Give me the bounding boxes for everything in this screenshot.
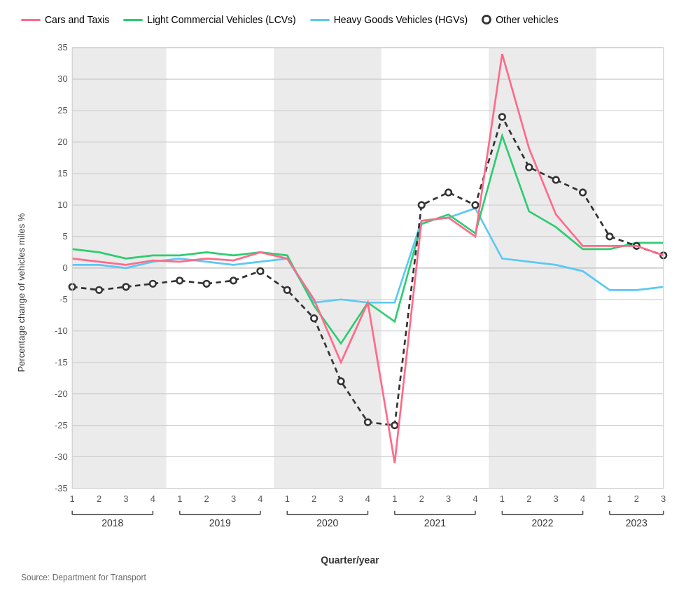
svg-text:15: 15 [57, 168, 67, 178]
svg-text:-30: -30 [55, 451, 68, 462]
legend-item-hgv: Heavy Goods Vehicles (HGVs) [310, 14, 468, 25]
svg-point-84 [176, 278, 183, 284]
svg-text:4: 4 [365, 493, 370, 504]
svg-text:1: 1 [500, 493, 505, 504]
legend-label-cars: Cars and Taxis [45, 14, 109, 25]
svg-text:2: 2 [634, 493, 639, 504]
svg-text:1: 1 [70, 493, 75, 504]
chart-area: Percentage change of vehicles miles % 35… [14, 36, 686, 549]
svg-point-81 [96, 287, 102, 293]
svg-point-82 [123, 284, 130, 290]
svg-text:2022: 2022 [531, 517, 553, 528]
svg-point-96 [499, 114, 505, 120]
svg-text:3: 3 [661, 493, 666, 504]
svg-text:1: 1 [177, 493, 182, 504]
svg-text:35: 35 [57, 42, 67, 52]
svg-text:-10: -10 [55, 326, 68, 336]
svg-text:2021: 2021 [424, 517, 446, 528]
svg-point-95 [472, 202, 479, 209]
svg-text:2023: 2023 [626, 517, 648, 528]
svg-text:1: 1 [607, 493, 612, 504]
legend-line-hgv [310, 19, 330, 21]
svg-text:-20: -20 [55, 388, 68, 399]
svg-point-94 [445, 190, 451, 196]
svg-text:2: 2 [97, 493, 102, 504]
svg-text:3: 3 [123, 493, 128, 504]
svg-text:2019: 2019 [209, 517, 231, 528]
svg-text:3: 3 [338, 493, 343, 504]
svg-point-88 [284, 287, 290, 293]
svg-text:4: 4 [580, 493, 585, 504]
svg-text:3: 3 [446, 493, 451, 504]
legend-item-cars: Cars and Taxis [21, 14, 109, 25]
svg-text:-15: -15 [55, 357, 68, 368]
svg-point-91 [365, 419, 371, 426]
svg-point-87 [258, 268, 264, 274]
chart-inner: 35302520151050-5-10-15-20-25-30-35123412… [31, 36, 686, 549]
legend-item-lcv: Light Commercial Vehicles (LCVs) [123, 14, 295, 25]
svg-text:-5: -5 [59, 294, 67, 304]
svg-text:1: 1 [285, 493, 290, 504]
legend: Cars and Taxis Light Commercial Vehicles… [14, 14, 686, 25]
svg-text:2018: 2018 [102, 517, 123, 528]
source-label: Source: Department for Transport [14, 573, 686, 582]
legend-label-hgv: Heavy Goods Vehicles (HGVs) [334, 14, 468, 25]
svg-text:2: 2 [419, 493, 424, 504]
svg-text:4: 4 [150, 493, 155, 504]
legend-line-cars [21, 19, 41, 21]
svg-text:2: 2 [526, 493, 531, 504]
svg-point-93 [419, 202, 425, 209]
legend-circle-other [482, 15, 491, 24]
svg-point-99 [580, 190, 586, 196]
svg-text:4: 4 [258, 493, 262, 504]
svg-text:3: 3 [554, 493, 559, 504]
svg-text:4: 4 [472, 493, 477, 504]
legend-label-lcv: Light Commercial Vehicles (LCVs) [147, 14, 295, 25]
svg-text:5: 5 [63, 231, 68, 241]
y-axis-label: Percentage change of vehicles miles % [14, 36, 28, 549]
svg-text:25: 25 [57, 105, 67, 115]
svg-point-83 [150, 281, 156, 287]
legend-item-other: Other vehicles [482, 14, 558, 25]
svg-point-100 [607, 234, 613, 240]
chart-svg: 35302520151050-5-10-15-20-25-30-35123412… [31, 36, 686, 549]
svg-text:20: 20 [57, 136, 67, 147]
legend-label-other: Other vehicles [496, 14, 558, 25]
svg-text:-35: -35 [55, 483, 68, 493]
svg-text:1: 1 [392, 493, 397, 504]
svg-text:0: 0 [63, 262, 68, 273]
svg-text:-25: -25 [55, 420, 68, 430]
svg-point-92 [392, 422, 398, 428]
svg-text:10: 10 [57, 200, 67, 210]
svg-point-85 [204, 281, 210, 287]
svg-point-97 [526, 164, 532, 171]
svg-text:2: 2 [204, 493, 209, 504]
legend-line-lcv [123, 19, 143, 21]
svg-point-89 [311, 315, 317, 321]
svg-point-86 [230, 278, 237, 284]
svg-point-90 [338, 378, 344, 384]
svg-text:2: 2 [312, 493, 316, 504]
x-axis-label: Quarter/year [14, 554, 686, 566]
svg-text:30: 30 [57, 74, 67, 84]
svg-point-98 [553, 177, 559, 183]
svg-text:2020: 2020 [316, 517, 338, 528]
svg-text:3: 3 [231, 493, 236, 504]
chart-container: Cars and Taxis Light Commercial Vehicles… [0, 0, 700, 616]
